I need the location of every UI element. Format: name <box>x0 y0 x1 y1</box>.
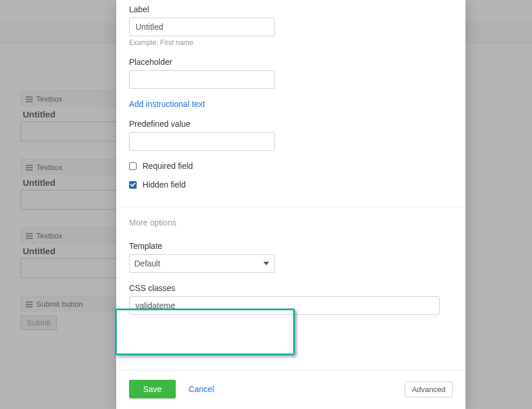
template-group: Template Default <box>129 241 453 273</box>
builder-block-type: Textbox <box>36 95 62 103</box>
save-button[interactable]: Save <box>129 380 176 398</box>
template-select[interactable]: Default <box>129 254 275 273</box>
css-classes-field-label: CSS classes <box>129 283 453 293</box>
cancel-button[interactable]: Cancel <box>189 384 214 394</box>
css-classes-input[interactable] <box>129 296 440 315</box>
builder-block-type: Textbox <box>36 163 62 172</box>
hidden-checkbox-row[interactable]: Hidden field <box>129 180 453 189</box>
drag-icon[interactable] <box>26 301 33 307</box>
css-classes-group: CSS classes <box>129 283 453 315</box>
label-group: Label Example: First name <box>129 5 453 47</box>
label-field-label: Label <box>129 5 453 14</box>
template-select-wrap: Default <box>129 254 275 273</box>
divider <box>116 207 465 207</box>
required-checkbox[interactable] <box>129 162 137 170</box>
predefined-group: Predefined value <box>129 119 453 151</box>
more-options-heading: More options <box>129 218 453 227</box>
modal-footer: Save Cancel Advanced <box>116 370 465 409</box>
predefined-field-label: Predefined value <box>129 119 453 129</box>
builder-block-type: Textbox <box>36 231 62 240</box>
drag-icon[interactable] <box>26 96 33 102</box>
modal-body: Label Example: First name Placeholder Ad… <box>116 0 465 370</box>
add-instructional-text-link[interactable]: Add instructional text <box>129 99 205 109</box>
drag-icon[interactable] <box>26 165 33 171</box>
required-checkbox-row[interactable]: Required field <box>129 161 453 171</box>
drag-icon[interactable] <box>26 233 33 239</box>
template-field-label: Template <box>129 241 453 251</box>
instructional-text-row: Add instructional text <box>129 99 453 109</box>
advanced-button[interactable]: Advanced <box>405 382 453 397</box>
predefined-input[interactable] <box>129 132 275 151</box>
builder-submit-preview[interactable]: Submit <box>20 316 57 330</box>
label-example-text: Example: First name <box>129 39 453 47</box>
builder-block-type: Submit button <box>36 300 83 309</box>
placeholder-field-label: Placeholder <box>129 57 453 67</box>
hidden-checkbox[interactable] <box>129 181 137 189</box>
hidden-label: Hidden field <box>142 180 186 189</box>
field-settings-modal: Label Example: First name Placeholder Ad… <box>116 0 465 409</box>
label-input[interactable] <box>129 18 275 36</box>
placeholder-input[interactable] <box>129 70 275 89</box>
required-label: Required field <box>142 161 193 171</box>
placeholder-group: Placeholder <box>129 57 453 89</box>
